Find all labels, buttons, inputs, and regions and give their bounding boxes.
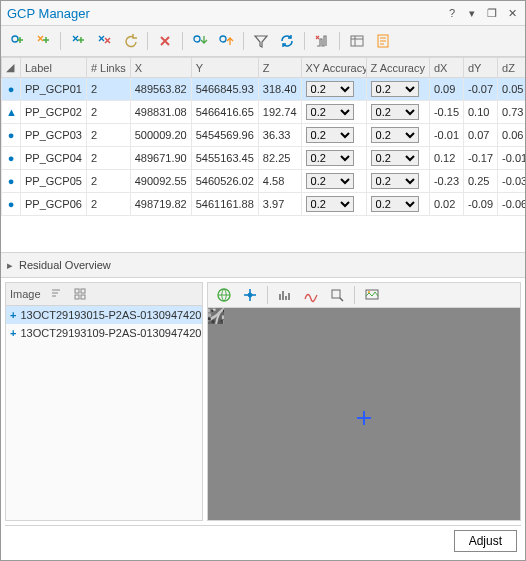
gcp-type-icon: ● — [6, 83, 16, 95]
cell-dy: 0.25 — [464, 170, 498, 193]
svg-rect-7 — [75, 295, 79, 299]
cell-dx: 0.02 — [429, 193, 463, 216]
table-row[interactable]: ▲PP_GCP022498831.085466416.65192.740.20.… — [2, 101, 526, 124]
toolbar-separator — [243, 32, 244, 50]
close-button[interactable]: ✕ — [503, 4, 521, 22]
filter-icon[interactable] — [249, 29, 273, 53]
delete-icon[interactable] — [153, 29, 177, 53]
table-row[interactable]: ●PP_GCP052490092.555460526.024.580.20.2-… — [2, 170, 526, 193]
col-dz[interactable]: dZ — [498, 58, 525, 78]
cell-links: 2 — [86, 101, 130, 124]
accuracy-select[interactable]: 0.2 — [371, 81, 419, 97]
log-icon[interactable] — [371, 29, 395, 53]
cell-y: 5466845.93 — [191, 78, 258, 101]
cell-y: 5455163.45 — [191, 147, 258, 170]
cell-links: 2 — [86, 124, 130, 147]
image-list[interactable]: +13OCT29193015-P2AS-0130947420+13OCT2919… — [6, 306, 202, 520]
svg-rect-11 — [332, 290, 340, 298]
table-row[interactable]: ●PP_GCP012489563.825466845.93318.400.20.… — [2, 78, 526, 101]
col-x[interactable]: X — [130, 58, 191, 78]
expand-icon[interactable]: + — [10, 327, 16, 339]
export-gcp-icon[interactable] — [214, 29, 238, 53]
image-viewer[interactable] — [208, 308, 520, 520]
gcp-manager-window: GCP Manager ? ▾ ❐ ✕ — [0, 0, 526, 561]
table-row[interactable]: ●PP_GCP032500009.205454569.9636.330.20.2… — [2, 124, 526, 147]
toolbar-separator — [304, 32, 305, 50]
col-dy[interactable]: dY — [464, 58, 498, 78]
cell-dy: -0.09 — [464, 193, 498, 216]
globe-icon[interactable] — [212, 283, 236, 307]
main-toolbar — [1, 26, 525, 57]
toolbar-separator — [267, 286, 268, 304]
accuracy-select[interactable]: 0.2 — [306, 127, 354, 143]
accuracy-select[interactable]: 0.2 — [306, 104, 354, 120]
cell-zacc: 0.2 — [366, 147, 429, 170]
table-options-icon[interactable] — [345, 29, 369, 53]
col-z[interactable]: Z — [258, 58, 301, 78]
histogram-icon[interactable] — [273, 283, 297, 307]
toolbar-separator — [147, 32, 148, 50]
col-zacc[interactable]: Z Accuracy — [366, 58, 429, 78]
accuracy-select[interactable]: 0.2 — [371, 173, 419, 189]
cell-links: 2 — [86, 147, 130, 170]
col-icon[interactable]: ◢ — [2, 58, 21, 78]
image-list-item[interactable]: +13OCT29193109-P2AS-0130947420 — [6, 324, 202, 342]
expand-icon[interactable]: + — [10, 309, 16, 321]
check-accuracy-icon[interactable] — [310, 29, 334, 53]
cell-label: PP_GCP02 — [21, 101, 87, 124]
cell-dz: -0.03 — [498, 170, 525, 193]
col-xyacc[interactable]: XY Accuracy — [301, 58, 366, 78]
table-row[interactable]: ●PP_GCP062498719.825461161.883.970.20.20… — [2, 193, 526, 216]
col-y[interactable]: Y — [191, 58, 258, 78]
sort-layers-icon[interactable] — [47, 285, 65, 303]
image-display-icon[interactable] — [360, 283, 384, 307]
table-row[interactable]: ●PP_GCP042489671.905455163.4582.250.20.2… — [2, 147, 526, 170]
compute-links-icon[interactable] — [66, 29, 90, 53]
gcp-table-container[interactable]: ◢ Label # Links X Y Z XY Accuracy Z Accu… — [1, 57, 525, 253]
table-header-row: ◢ Label # Links X Y Z XY Accuracy Z Accu… — [2, 58, 526, 78]
col-links[interactable]: # Links — [86, 58, 130, 78]
accuracy-select[interactable]: 0.2 — [306, 173, 354, 189]
svg-point-26 — [211, 310, 213, 312]
image-list-item[interactable]: +13OCT29193015-P2AS-0130947420 — [6, 306, 202, 324]
accuracy-select[interactable]: 0.2 — [306, 196, 354, 212]
svg-point-1 — [194, 36, 200, 42]
undo-icon[interactable] — [118, 29, 142, 53]
accuracy-select[interactable]: 0.2 — [371, 196, 419, 212]
restore-button[interactable]: ❐ — [483, 4, 501, 22]
add-gcp-auto-icon[interactable] — [31, 29, 55, 53]
help-button[interactable]: ? — [443, 4, 461, 22]
grid-view-icon[interactable] — [71, 285, 89, 303]
gcp-table: ◢ Label # Links X Y Z XY Accuracy Z Accu… — [1, 57, 525, 216]
svg-rect-21 — [223, 320, 224, 324]
dropdown-button[interactable]: ▾ — [463, 4, 481, 22]
profile-icon[interactable] — [299, 283, 323, 307]
tie-point-icon[interactable] — [238, 283, 262, 307]
accuracy-select[interactable]: 0.2 — [306, 81, 354, 97]
col-label[interactable]: Label — [21, 58, 87, 78]
accuracy-select[interactable]: 0.2 — [306, 150, 354, 166]
svg-rect-17 — [208, 313, 211, 317]
cell-dx: -0.01 — [429, 124, 463, 147]
svg-point-28 — [221, 320, 223, 322]
accuracy-select[interactable]: 0.2 — [371, 127, 419, 143]
add-gcp-manual-icon[interactable] — [5, 29, 29, 53]
magnifier-icon[interactable] — [325, 283, 349, 307]
footer: Adjust — [5, 525, 521, 556]
cell-z: 192.74 — [258, 101, 301, 124]
refresh-icon[interactable] — [275, 29, 299, 53]
delete-links-icon[interactable] — [92, 29, 116, 53]
residual-overview-header[interactable]: ▸ Residual Overview — [1, 253, 525, 278]
adjust-button[interactable]: Adjust — [454, 530, 517, 552]
cell-y: 5466416.65 — [191, 101, 258, 124]
accuracy-select[interactable]: 0.2 — [371, 104, 419, 120]
window-title: GCP Manager — [5, 6, 441, 21]
cell-dy: 0.10 — [464, 101, 498, 124]
col-dx[interactable]: dX — [429, 58, 463, 78]
accuracy-select[interactable]: 0.2 — [371, 150, 419, 166]
cell-label: PP_GCP05 — [21, 170, 87, 193]
cell-dz: -0.01 — [498, 147, 525, 170]
image-name: 13OCT29193109-P2AS-0130947420 — [20, 327, 201, 339]
toolbar-separator — [60, 32, 61, 50]
import-gcp-icon[interactable] — [188, 29, 212, 53]
